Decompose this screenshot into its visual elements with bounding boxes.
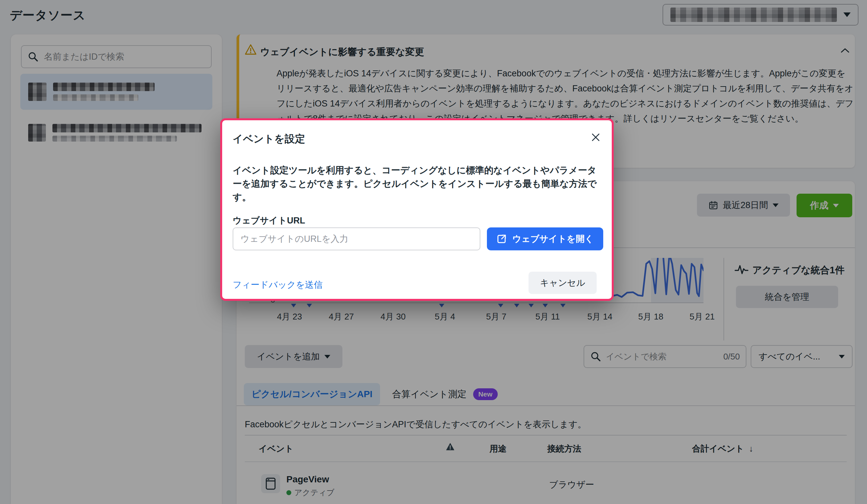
open-website-label: ウェブサイトを開く [512,233,593,245]
cancel-label: キャンセル [540,277,585,289]
send-feedback-link[interactable]: フィードバックを送信 [233,279,322,291]
events-manager-page: データソース [0,0,867,504]
website-url-label: ウェブサイトURL [233,215,305,226]
external-link-icon [496,234,507,244]
website-url-input[interactable] [233,227,480,250]
dialog-title: イベントを設定 [233,132,305,146]
dialog-body-text: イベント設定ツールを利用すると、コーディングなしに標準的なイベントやパラメーター… [233,163,599,204]
setup-events-dialog: イベントを設定 イベント設定ツールを利用すると、コーディングなしに標準的なイベン… [220,118,614,301]
close-button[interactable] [588,130,603,144]
cancel-button[interactable]: キャンセル [528,272,597,294]
open-website-button[interactable]: ウェブサイトを開く [487,227,603,250]
close-icon [590,132,601,142]
